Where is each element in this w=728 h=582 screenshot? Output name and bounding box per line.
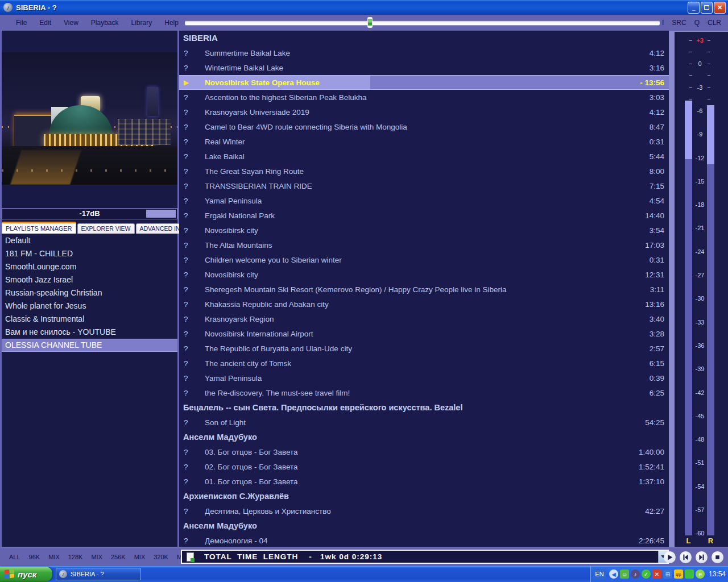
playlist-list-item[interactable]: Вам и не снилось - YOUTUBE [2, 326, 177, 339]
antivirus-ok-icon[interactable]: ✓ [642, 569, 651, 579]
playlist-group-header[interactable]: SIBERIA [179, 31, 669, 45]
menu-right-src[interactable]: SRC [672, 19, 686, 27]
menu-right-i[interactable]: I [662, 19, 664, 27]
previous-button[interactable] [680, 551, 692, 563]
playlist-track-row[interactable]: ?Lake Baikal5:44 [179, 149, 669, 164]
playlist-track-row[interactable]: ?Camel to Bear 4WD route connecting Sibe… [179, 119, 669, 134]
menu-file[interactable]: File [16, 19, 27, 27]
language-indicator[interactable]: EN [593, 569, 606, 579]
minimize-button[interactable]: _ [688, 2, 700, 14]
playlist-track-row[interactable]: ?Novosibirsk city3:54 [179, 223, 669, 238]
media-player-icon[interactable]: ♪ [631, 569, 640, 579]
playlist-list-item[interactable]: SmoothLounge.com [2, 260, 177, 273]
window-title: SIBERIA - ? [16, 3, 57, 12]
playlist-track-row[interactable]: ?Children welcome you to Siberian winter… [179, 252, 669, 267]
menu-help[interactable]: Help [164, 19, 179, 27]
menu-edit[interactable]: Edit [39, 19, 51, 27]
vu-bar-right-peak [707, 105, 714, 164]
qip-messenger-icon[interactable]: qip [674, 569, 683, 579]
menu-library[interactable]: Library [131, 19, 152, 27]
hidden-icons-chevron-icon[interactable]: ◀ [609, 569, 618, 579]
play-button[interactable] [664, 551, 676, 563]
battery-icon[interactable] [685, 569, 694, 579]
seekbar[interactable] [185, 20, 660, 25]
playlist-track-row[interactable]: ?the Re-discovery. The must-see travel f… [179, 385, 669, 400]
menu-playback[interactable]: Playback [91, 19, 119, 27]
track-duration: 8:47 [650, 123, 669, 131]
playing-marker-icon: ▶ [179, 79, 205, 86]
playlist-track-row[interactable]: ?Демонология - 042:26:45 [179, 533, 669, 547]
playlist-track-row[interactable]: ?Yamal Peninsula4:54 [179, 193, 669, 208]
encoder-button-256k-5[interactable]: 256K [111, 554, 126, 560]
playlist-list-item[interactable]: Whole planet for Jesus [2, 300, 177, 313]
menu-right-q[interactable]: Q [694, 19, 700, 27]
playlist-group-header[interactable]: Бецалель -- сын Света. Предпосылки еврей… [179, 400, 669, 415]
playlist-track-row[interactable]: ?Son of Light54:25 [179, 415, 669, 430]
encoder-button-320k-7[interactable]: 320K [154, 554, 168, 560]
encoder-button-mix-2[interactable]: MIX [48, 554, 60, 560]
playlist-track-row[interactable]: ?Khakassia Republic and Abakan city13:16 [179, 297, 669, 311]
playlist-list-item[interactable]: Russian-speaking Christian [2, 286, 177, 300]
eset-icon[interactable]: e [696, 569, 705, 579]
playlist-track-row[interactable]: ?03. Бог отцов - Бог Завета1:40:00 [179, 444, 669, 459]
playlist-track-row[interactable]: ?Yamal Peninsula0:39 [179, 371, 669, 385]
playlist-group-header[interactable]: Архиепископ С.Журавлёв [179, 489, 669, 504]
playlist-track-row[interactable]: ?02. Бог отцов - Бог Завета1:52:41 [179, 459, 669, 474]
next-button[interactable] [696, 551, 708, 563]
playlist-list-item[interactable]: 181 FM - CHILLED [2, 247, 177, 260]
playlist-track-row[interactable]: ?Десятина, Церковь и Христианство42:27 [179, 504, 669, 518]
tab-explorer-view[interactable]: EXPLORER VIEW [77, 223, 135, 234]
track-status-mark: ? [179, 463, 205, 471]
menu-right-clr[interactable]: CLR [708, 19, 721, 27]
encoder-button-mix-6[interactable]: MIX [134, 554, 146, 560]
playlist-group-header[interactable]: Анселм Мадубуко [179, 430, 669, 444]
seek-thumb[interactable] [367, 17, 373, 28]
playlist-track-row[interactable]: ▶Novosibirsk State Opera House- 13:56 [179, 75, 669, 90]
encoder-button-128k-3[interactable]: 128K [68, 554, 83, 560]
restore-button[interactable] [701, 2, 713, 14]
playlist-list-item[interactable]: Default [2, 234, 177, 247]
playlist-group-header[interactable]: Анселм Мадубуко [179, 518, 669, 533]
tab-playlists-manager[interactable]: PLAYLISTS MANAGER [2, 222, 76, 234]
playlist-list-item[interactable]: Smooth Jazz Israel [2, 273, 177, 286]
playlist-track-row[interactable]: ?Ascention to the highest Siberian Peak … [179, 90, 669, 105]
track-title: Wintertime Baikal Lake [205, 64, 650, 72]
encoder-button-96k-1[interactable]: 96K [29, 554, 40, 560]
playlist-track-row[interactable]: ?The Republic of Buryatia and Ulan-Ude c… [179, 341, 669, 356]
encoder-button-all-0[interactable]: ALL [9, 554, 20, 560]
playlist-track-row[interactable]: ?Wintertime Baikal Lake3:16 [179, 60, 669, 75]
playlist-track-row[interactable]: ?Ergaki National Park14:40 [179, 208, 669, 223]
playlist-track-row[interactable]: ?Krasnoyarsk Universiade 20194:12 [179, 105, 669, 119]
network-computers-icon[interactable]: ⊞ [663, 569, 672, 579]
taskbar-task-button[interactable]: ♪ SIBERIA - ? [56, 568, 141, 580]
playlist-track-row[interactable]: ?Real Winter0:31 [179, 134, 669, 149]
close-button[interactable]: ✕ [714, 2, 726, 14]
playlist-list-item[interactable]: Classic & Instrumental [2, 313, 177, 326]
track-title: Novosibirsk city [205, 226, 650, 235]
playlist-track-row[interactable]: ?Sheregesh Mountain Ski Resort (Kemerovo… [179, 282, 669, 297]
playlist-track-row[interactable]: ?Krasnoyarsk Region3:40 [179, 311, 669, 326]
start-button[interactable]: пуск [0, 567, 52, 581]
titlebar[interactable]: ♪ SIBERIA - ? _ ✕ [0, 0, 728, 15]
playlist-track-row[interactable]: ?Summertime Baikal Lake4:12 [179, 45, 669, 60]
menu-view[interactable]: View [64, 19, 78, 27]
playlist-track-row[interactable]: ?TRANSSIBERIAN TRAIN RIDE7:15 [179, 178, 669, 193]
playlist-track-row[interactable]: ?Novosibirsk city12:31 [179, 267, 669, 282]
track-duration: 1:40:00 [639, 448, 669, 456]
playlist-track-row[interactable]: ?01. Бог отцов - Бог Завета1:37:10 [179, 474, 669, 489]
stop-button[interactable] [712, 551, 723, 563]
playlist-list-item[interactable]: OLESSIA CHANNEL TUBE [2, 339, 177, 352]
playlist-track-row[interactable]: ?The Altai Mountains17:03 [179, 238, 669, 252]
track-title: Camel to Bear 4WD route connecting Siber… [205, 123, 650, 131]
vu-scale-label: -27 [696, 272, 705, 278]
user-status-icon[interactable]: ☺ [620, 569, 629, 579]
playlist-track-row[interactable]: ?Novosibirsk International Airport3:28 [179, 326, 669, 341]
track-title: Ergaki National Park [205, 211, 645, 220]
encoder-button-mix-4[interactable]: MIX [91, 554, 102, 560]
playlist-scrollbar[interactable] [669, 31, 675, 547]
taskbar-clock: 13:54 [709, 570, 726, 578]
volume-bar[interactable]: -17dB [2, 208, 177, 219]
playlist-track-row[interactable]: ?The ancient city of Tomsk6:15 [179, 356, 669, 371]
playlist-track-row[interactable]: ?The Great Sayan Ring Route8:00 [179, 164, 669, 178]
security-alert-shield-icon[interactable]: ✕ [652, 569, 661, 579]
